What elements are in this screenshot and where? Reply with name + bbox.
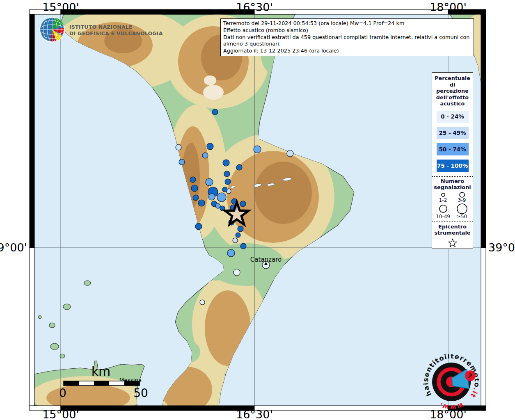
legend-separator-2 [432,221,473,222]
report-dot [233,238,238,243]
report-dot [225,179,231,185]
axis-top-0: 15°00' [42,1,79,14]
axis-top-2: 18°00' [430,1,467,14]
report-dot [217,193,226,202]
page: { "info_box": { "lines": [ "Terremoto de… [0,0,515,420]
catanzaro-label: Catanzaro [250,256,282,263]
signal-label-1-2: 1-2 [439,197,447,203]
axis-left: 39°00' [0,241,27,254]
scalebar-unit: km [92,364,111,379]
haisentito-logo[interactable]: haisentitoilterremoto.it www. ? [423,354,479,410]
report-dot [200,300,205,305]
info-line-source: Dati non verificati estratti da 459 ques… [223,34,471,48]
legend-class-0: 0 - 24% [437,111,469,123]
report-dot [191,185,198,192]
ingv-logo-line1: ISTITUTO NAZIONALE [69,24,133,30]
report-dot [238,226,243,232]
info-line-updated: Aggiornato il: 13-12-2025 23:46 (ora loc… [223,48,471,55]
logo-text-www: www. [438,401,465,410]
signal-size-2: 3-9 [454,192,470,203]
report-dot [202,153,208,158]
axis-top-1: 16°30' [236,1,273,14]
legend-class-3: 75 - 100% [437,160,469,172]
report-dot [224,171,230,177]
report-dot [215,203,220,208]
report-dot [254,146,261,153]
legend-class-2: 50 - 74% [437,143,469,155]
legend: Percentuale di percezione dell'effetto a… [432,72,473,249]
legend-separator-1 [432,176,473,177]
info-line-effect: Effetto acustico (rombo sismico) [223,27,471,34]
report-dot [208,194,215,200]
signal-label-3-9: 3-9 [458,197,466,203]
report-dot [233,269,240,276]
report-dot [240,201,246,207]
report-dot [222,187,227,192]
report-dot [212,109,218,115]
signal-size-1: 1-2 [435,192,451,203]
report-dot [227,249,235,257]
report-dot [287,150,293,157]
question-mark-icon: ? [465,370,476,381]
speaker-target-icon [432,363,471,401]
report-dot [198,200,205,206]
ingv-logo-line2: DI GEOFISICA E VULCANOLOGIA [69,30,163,37]
signal-label-10-49: 10-49 [436,214,450,219]
legend-percent-title: Percentuale di percezione dell'effetto a… [433,75,472,107]
signal-size-3: 10-49 [435,203,451,219]
report-dot [236,233,240,237]
signal-circle-10-49-icon [435,203,451,215]
epicenter-star-icon [446,238,459,249]
report-dot [207,143,213,150]
report-dot [223,160,229,166]
report-dot [176,144,181,150]
signal-size-4: ≥50 [454,203,470,219]
earthquake-info-box: Terremoto del 29-11-2024 00:54:53 (ora l… [220,18,474,56]
axis-bottom-0: 15°00' [42,408,79,420]
report-dot [240,243,246,249]
scalebar-end: 50 [133,386,148,400]
ingv-logo: ISTITUTO NAZIONALE DI GEOFISICA E VULCAN… [38,16,174,44]
signal-label-50: ≥50 [457,214,467,219]
legend-signal-sizes: 1-2 3-9 10-49 ≥50 [434,192,472,219]
axis-right: 39°00' [488,241,515,254]
report-dot [206,178,213,186]
legend-epicenter-title: Epicentro strumentale [432,224,473,236]
report-dot [236,164,242,170]
ingv-globe-icon [40,17,64,42]
axis-bottom-1: 16°30' [236,408,273,420]
signal-circle-50-icon [454,203,470,215]
axis-bottom-2: 18°00' [430,408,467,420]
legend-signals-title: Numero segnalazioni [432,178,473,191]
scalebar-start: 0 [59,386,66,400]
report-dot [190,177,196,183]
legend-class-1: 25 - 49% [437,127,469,139]
report-dot [195,223,202,230]
report-dot [179,159,185,165]
info-line-event: Terremoto del 29-11-2024 00:54:53 (ora l… [223,20,471,27]
report-dot [193,195,199,201]
